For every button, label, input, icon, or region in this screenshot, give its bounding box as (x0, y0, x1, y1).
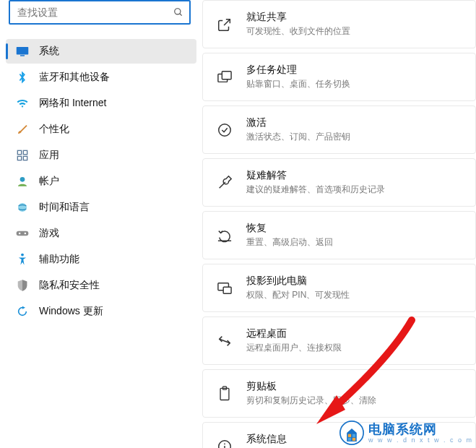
item-subtitle: 权限、配对 PIN、可发现性 (246, 289, 350, 301)
svg-rect-15 (222, 71, 231, 79)
sidebar-item-bluetooth[interactable]: 蓝牙和其他设备 (6, 65, 196, 90)
sidebar-item-personalization[interactable]: 个性化 (6, 117, 196, 142)
svg-point-25 (224, 443, 225, 444)
item-title: 多任务处理 (246, 64, 350, 77)
watermark-logo-icon (339, 421, 364, 445)
item-title: 激活 (246, 116, 350, 129)
item-title: 剪贴板 (246, 380, 376, 393)
globe-icon (14, 199, 30, 215)
settings-item-remote-desktop[interactable]: 远程桌面 远程桌面用户、连接权限 (202, 316, 476, 365)
search-box[interactable] (9, 0, 191, 25)
svg-rect-5 (23, 150, 27, 154)
sidebar-item-label: Windows 更新 (39, 305, 191, 318)
item-title: 疑难解答 (246, 169, 385, 182)
watermark: 电脑系统网 w w w . d n x t w . c o m (339, 421, 473, 445)
sidebar-item-label: 网络和 Internet (39, 97, 191, 110)
item-subtitle: 建议的疑难解答、首选项和历史记录 (246, 184, 385, 196)
item-subtitle: 激活状态、订阅、产品密钥 (246, 131, 350, 143)
sidebar-item-accessibility[interactable]: 辅助功能 (6, 247, 196, 272)
wrench-icon (216, 174, 233, 191)
sidebar-item-privacy[interactable]: 隐私和安全性 (6, 273, 196, 298)
svg-point-16 (219, 124, 231, 136)
svg-rect-3 (20, 55, 25, 56)
accessibility-icon (14, 251, 30, 267)
svg-rect-31 (352, 438, 355, 441)
main-panel: 就近共享 可发现性、收到文件的位置 多任务处理 贴靠窗口、桌面、任务切换 激活 … (202, 0, 476, 448)
svg-rect-30 (348, 438, 351, 441)
item-title: 远程桌面 (246, 327, 342, 340)
info-icon (216, 438, 233, 449)
sidebar-item-accounts[interactable]: 帐户 (6, 169, 196, 194)
search-icon (173, 7, 183, 17)
item-title: 恢复 (246, 222, 333, 235)
item-subtitle: 剪切和复制历史记录、同步、清除 (246, 395, 376, 407)
svg-rect-21 (220, 388, 229, 400)
settings-item-activation[interactable]: 激活 激活状态、订阅、产品密钥 (202, 105, 476, 154)
sidebar-item-label: 辅助功能 (39, 253, 191, 266)
recovery-icon (216, 227, 233, 244)
item-title: 投影到此电脑 (246, 275, 350, 288)
settings-item-troubleshoot[interactable]: 疑难解答 建议的疑难解答、首选项和历史记录 (202, 158, 476, 207)
sidebar-item-label: 隐私和安全性 (39, 279, 191, 292)
svg-line-1 (180, 14, 182, 16)
svg-rect-6 (17, 156, 21, 160)
svg-rect-4 (17, 150, 21, 154)
svg-point-8 (20, 177, 25, 182)
sidebar-item-label: 系统 (39, 45, 191, 58)
settings-item-clipboard[interactable]: 剪贴板 剪切和复制历史记录、同步、清除 (202, 369, 476, 418)
sidebar-item-network[interactable]: 网络和 Internet (6, 91, 196, 116)
system-icon (14, 43, 30, 59)
sidebar-item-gaming[interactable]: 游戏 (6, 221, 196, 246)
item-title: 就近共享 (246, 11, 350, 24)
item-subtitle: 贴靠窗口、桌面、任务切换 (246, 78, 350, 90)
settings-item-project-to-pc[interactable]: 投影到此电脑 权限、配对 PIN、可发现性 (202, 264, 476, 312)
sidebar: 系统 蓝牙和其他设备 网络和 Internet 个性化 应用 (0, 0, 202, 448)
clipboard-icon (216, 385, 233, 402)
settings-item-recovery[interactable]: 恢复 重置、高级启动、返回 (202, 211, 476, 259)
sidebar-item-label: 帐户 (39, 175, 191, 188)
svg-rect-7 (23, 156, 27, 160)
svg-rect-28 (348, 434, 351, 437)
bluetooth-icon (14, 69, 30, 85)
multitask-icon (216, 69, 233, 86)
sidebar-item-system[interactable]: 系统 (6, 39, 196, 64)
item-subtitle: 远程桌面用户、连接权限 (246, 342, 342, 354)
sidebar-item-label: 游戏 (39, 227, 191, 240)
share-icon (216, 16, 233, 33)
sidebar-item-apps[interactable]: 应用 (6, 143, 196, 168)
svg-rect-29 (352, 434, 355, 437)
apps-icon (14, 147, 30, 163)
project-icon (216, 280, 233, 297)
svg-point-13 (21, 254, 24, 257)
shield-icon (14, 277, 30, 293)
sidebar-item-time-language[interactable]: 时间和语言 (6, 195, 196, 220)
svg-point-0 (175, 9, 181, 14)
remote-desktop-icon (216, 332, 233, 350)
wifi-icon (14, 95, 30, 111)
settings-item-nearby-sharing[interactable]: 就近共享 可发现性、收到文件的位置 (202, 0, 476, 48)
settings-item-multitasking[interactable]: 多任务处理 贴靠窗口、桌面、任务切换 (202, 53, 476, 101)
watermark-title: 电脑系统网 (368, 423, 473, 436)
gamepad-icon (14, 225, 30, 241)
sidebar-item-windows-update[interactable]: Windows 更新 (6, 299, 196, 324)
update-icon (14, 303, 30, 319)
sidebar-item-label: 时间和语言 (39, 201, 191, 214)
check-circle-icon (216, 121, 233, 139)
sidebar-item-label: 蓝牙和其他设备 (39, 71, 191, 84)
item-subtitle: 重置、高级启动、返回 (246, 236, 333, 249)
brush-icon (14, 121, 30, 137)
svg-point-9 (18, 203, 27, 212)
search-input[interactable] (16, 6, 169, 19)
svg-rect-10 (17, 231, 29, 236)
svg-point-11 (19, 233, 21, 235)
account-icon (14, 173, 30, 189)
sidebar-item-label: 个性化 (39, 123, 191, 136)
sidebar-item-label: 应用 (39, 149, 191, 162)
svg-rect-19 (223, 287, 231, 293)
watermark-url: w w w . d n x t w . c o m (368, 437, 473, 444)
item-subtitle: 可发现性、收到文件的位置 (246, 25, 350, 38)
svg-rect-2 (17, 47, 29, 55)
svg-point-12 (25, 233, 27, 235)
